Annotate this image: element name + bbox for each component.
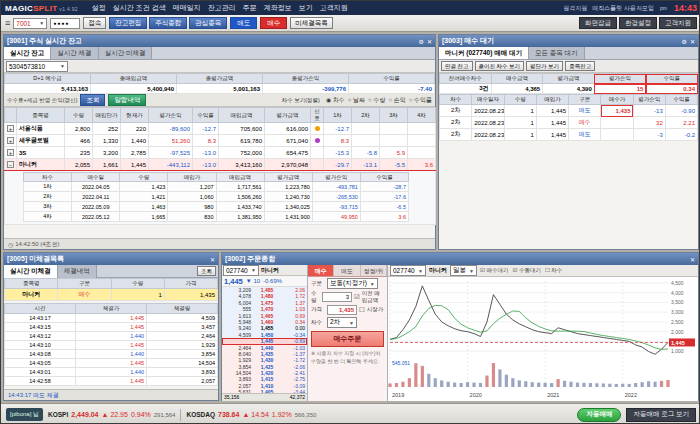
balance-account-select[interactable]: 5304573810▼ (6, 61, 68, 72)
account-select[interactable]: 7001▼ (13, 18, 47, 29)
sort-radio[interactable]: ○ 수량 (368, 97, 385, 103)
titlebar-link[interactable]: 원격지원 (563, 5, 587, 11)
main-titlebar: MAGICSPLITv1.4.92 설정실시간 조건 검색매매일지잔고관리주문계… (1, 1, 700, 15)
holding-row[interactable]: −마니커2,0551,6611,445-443,112-13.03,413,16… (5, 159, 436, 171)
password-field[interactable] (50, 18, 80, 29)
toolbar-button[interactable]: 화면잠금 (579, 17, 617, 29)
toolbar-button[interactable]: 고객지원 (659, 17, 697, 29)
menubar-item[interactable]: 계좌정보 (264, 3, 292, 13)
chasu-row[interactable]: 2차2022.04.111,4211,0601,506,2601,240,730… (24, 192, 409, 202)
summary-value: 3건 (440, 84, 492, 94)
connect-button[interactable]: 접속 (83, 17, 106, 29)
query-button[interactable]: 조회 (80, 94, 105, 106)
chasu-row[interactable]: 4차2022.05.121,6658301,381,9501,431,90049… (24, 212, 409, 222)
summary-label: 총매입금액 (91, 74, 177, 84)
auto-trade-log-button[interactable]: 자동매매 로그 보기 (626, 408, 696, 422)
tick-volume: 3,457 (147, 323, 218, 332)
menubar-item[interactable]: 잔고관리 (208, 3, 236, 13)
toolbar-button[interactable]: 관심종목 (189, 17, 227, 29)
wait-row[interactable]: 2차2022.08.2311,445매도-3-0.2 (440, 129, 698, 141)
chart-period-select[interactable]: 일봉▼ (450, 265, 477, 276)
expand-icon[interactable]: + (7, 125, 14, 132)
buy-submit-button[interactable]: 매수주문 (311, 331, 384, 347)
menubar-item[interactable]: 설정 (92, 3, 106, 13)
balance-panel: [3001] 주식 실시간 잔고 ⚙✕ 실시간 잔고실시간 체결실시간 미체결 … (3, 34, 436, 250)
tab-item[interactable]: 실시간 미체결 (4, 265, 58, 278)
sort-radio[interactable]: ○ 수익률 (409, 97, 432, 103)
order-side: 매수 (58, 289, 111, 301)
settings-icon[interactable]: ⚙ (419, 39, 424, 45)
chasu-row[interactable]: 1차2022.04.051,4231,2071,717,5611,223,780… (24, 182, 409, 192)
expand-icon[interactable]: − (7, 161, 14, 168)
menubar-item[interactable]: 매매일지 (173, 3, 201, 13)
toolbar-button[interactable]: 잔고편집 (109, 17, 147, 29)
tab-item[interactable]: 체결내역 (58, 265, 97, 278)
order-type-select[interactable]: 보통(지정가)▼ (327, 278, 378, 289)
buywait-button[interactable]: 평단가 보기 (526, 61, 563, 71)
chart-check[interactable]: ☐ 차수 (545, 267, 562, 274)
tab-item[interactable]: 모든 종목 대기 (529, 47, 585, 59)
tab-item[interactable]: 실시간 미체결 (99, 47, 153, 59)
wait-row[interactable]: 2차2022.08.2311,445매수322.21 (440, 117, 698, 129)
orderbook-totals: 35,156 42,372 (222, 393, 307, 401)
buywait-button[interactable]: 흩어진 차수 보기 (475, 61, 525, 71)
tab-item[interactable]: 마니커 (027740) 매매 대기 (439, 47, 529, 59)
pending-query-button[interactable]: 조회 (197, 266, 216, 276)
index-change: ▲ 22.95 (102, 411, 128, 418)
order-chasu-select[interactable]: 2차▼ (327, 317, 357, 328)
summary-value: 15 (594, 84, 646, 94)
clock-ampm: pm (660, 5, 667, 11)
chart-check[interactable]: ☑ 수동대기 (512, 267, 540, 274)
summary-label: 매수금액 (491, 74, 543, 84)
order-qty-input[interactable] (322, 292, 352, 302)
holding-row[interactable]: +3S2353,2002,785-97,525-13.0752,000654,4… (5, 147, 436, 159)
chasu-row[interactable]: 3차2022.05.091,4639801,433,7401,340,025-9… (24, 202, 409, 212)
settings-icon[interactable]: ⚙ (682, 39, 687, 45)
order-price-input[interactable] (327, 305, 357, 315)
chart-check[interactable]: ☑ 매수대기 (480, 267, 508, 274)
wait-row[interactable]: 2차2022.08.2311,445매도1,435-13-0.90 (440, 105, 698, 117)
wait-side: 매도 (569, 129, 601, 141)
buywait-button[interactable]: 종목잔고 (565, 61, 595, 71)
menubar-item[interactable]: 주문 (243, 3, 257, 13)
close-icon[interactable]: ✕ (210, 257, 215, 263)
buy-button[interactable]: 매수 (260, 17, 287, 29)
expand-icon[interactable]: + (7, 137, 14, 144)
order-tab[interactable]: 매수 (308, 265, 334, 276)
menubar-item[interactable]: 고객지원 (320, 3, 348, 13)
column-header: 4차 (408, 108, 436, 123)
order-tab[interactable]: 매도 (334, 265, 360, 276)
orderbook-code-select[interactable]: 027740▼ (223, 265, 259, 276)
auto-trade-button[interactable]: 자동매매 (577, 408, 621, 422)
chart-checks: ☑ 매수대기☑ 수동대기☐ 차수 (480, 267, 562, 274)
close-icon[interactable]: ✕ (427, 39, 432, 45)
titlebar-link[interactable]: 매직스플릿 사용자모임 (592, 5, 654, 11)
panel-title: [3001] 주식 실시간 잔고 (7, 36, 82, 46)
toolbar-button[interactable]: 환경설정 (619, 17, 657, 29)
pending-order-row[interactable]: 마니커매수11,435 (5, 289, 218, 301)
tab-item[interactable]: 실시간 잔고 (4, 47, 51, 59)
holding-row[interactable]: +서울식품2,800252220-89,600-12.7705,600616,0… (5, 123, 436, 135)
menubar-item[interactable]: 실시간 조건 검색 (113, 3, 166, 13)
chasu-rate-cell: -5.8 (352, 147, 380, 159)
close-icon[interactable]: ✕ (690, 257, 695, 263)
holding-row[interactable]: +세우글로벌4661,3301,44051,2608.3619,780671,0… (5, 135, 436, 147)
menu-icon[interactable]: ≡ (5, 18, 10, 28)
sort-radio[interactable]: ○ 날짜 (348, 97, 365, 103)
tab-item[interactable]: 실시간 체결 (51, 47, 98, 59)
alarm-button[interactable]: 알람내역 (108, 94, 146, 106)
pending-list-button[interactable]: 미체결목록 (290, 17, 333, 29)
menubar-item[interactable]: 보기 (299, 3, 313, 13)
expand-icon[interactable]: + (7, 149, 14, 156)
sell-button[interactable]: 매도 (230, 17, 257, 29)
chart-code-select[interactable]: 027740▼ (390, 265, 426, 276)
market-price-checkbox[interactable]: ☐ (359, 306, 365, 314)
toolbar-button[interactable]: 주식종합 (149, 17, 187, 29)
index-rate: 0.94% (131, 411, 151, 418)
sort-radio[interactable]: ○ 손익 (388, 97, 405, 103)
prev-amount-checkbox[interactable]: ☑ (354, 293, 360, 301)
order-tab[interactable]: 정정/취소 (361, 265, 387, 276)
buywait-button[interactable]: 연결 잔고 (441, 61, 473, 71)
close-icon[interactable]: ✕ (690, 39, 695, 45)
sort-radio[interactable]: ◉ 차수 (326, 97, 345, 103)
